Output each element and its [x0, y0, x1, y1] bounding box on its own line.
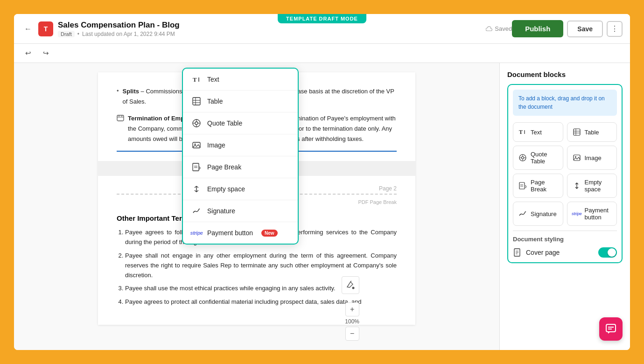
dropdown-item-signature[interactable]: Signature	[183, 200, 298, 222]
doc-icon: T	[38, 21, 53, 36]
publish-button[interactable]: Publish	[512, 20, 563, 37]
hint-box: To add a block, drag and drop it on the …	[513, 90, 617, 116]
content-area: • Splits – Commissions can be split with…	[14, 63, 630, 350]
svg-rect-6	[193, 98, 200, 105]
zoom-level: 100%	[345, 318, 359, 325]
toggle-knob	[608, 248, 616, 257]
block-empty-space-icon	[572, 181, 581, 190]
image-icon	[191, 140, 202, 150]
new-badge: New	[261, 230, 278, 237]
chat-button[interactable]	[599, 317, 623, 341]
dropdown-item-text[interactable]: T Text	[183, 69, 298, 91]
block-quote-icon	[518, 153, 527, 162]
doc-title: Sales Compensation Plan - Blog	[58, 21, 476, 30]
bullet-dot: •	[117, 87, 119, 94]
banner-text: TEMPLATE DRAFT MODE	[286, 16, 358, 21]
svg-point-11	[195, 122, 198, 125]
paint-bucket-icon	[346, 280, 355, 290]
dropdown-item-payment[interactable]: stripe Payment button New	[183, 222, 298, 244]
signature-icon	[191, 206, 202, 216]
svg-rect-37	[519, 182, 525, 189]
zoom-out-button[interactable]: −	[345, 327, 359, 341]
block-dropdown-menu: T Text	[182, 68, 299, 245]
save-button[interactable]: Save	[567, 21, 603, 37]
panel-title: Document blocks	[507, 70, 623, 78]
block-signature[interactable]: Signature	[513, 202, 563, 226]
empty-space-icon	[191, 184, 202, 194]
zoom-controls: + 100% −	[345, 302, 359, 341]
more-options-button[interactable]: ⋮	[607, 21, 623, 37]
svg-line-22	[350, 281, 351, 282]
svg-rect-25	[574, 129, 580, 135]
page-break-icon	[191, 162, 202, 172]
document-area: • Splits – Commissions can be split with…	[14, 63, 499, 350]
svg-rect-44	[606, 324, 616, 332]
redo-button[interactable]: ↪	[39, 47, 52, 60]
svg-point-17	[195, 144, 196, 145]
doc-meta: Draft • Last updated on Apr 1, 2022 9:44…	[58, 31, 476, 37]
cover-row: Cover page	[513, 247, 617, 258]
blocks-grid: T Text	[513, 122, 617, 226]
cover-page-label: Cover page	[526, 249, 595, 256]
table-icon	[191, 96, 202, 106]
block-quote-table[interactable]: Quote Table	[513, 146, 563, 170]
stripe-logo-icon: stripe	[191, 228, 202, 238]
block-table-icon	[572, 127, 581, 137]
svg-point-36	[575, 156, 576, 158]
right-panel: Document blocks To add a block, drag and…	[499, 63, 630, 350]
draft-banner: TEMPLATE DRAFT MODE	[278, 14, 366, 23]
styling-title: Document styling	[513, 236, 617, 243]
svg-point-30	[522, 157, 524, 159]
block-table[interactable]: Table	[567, 122, 617, 142]
doc-info: Sales Compensation Plan - Blog Draft • L…	[58, 21, 476, 37]
dropdown-item-empty-space[interactable]: Empty space	[183, 178, 298, 200]
cover-page-icon	[513, 248, 522, 257]
block-page-break-icon	[518, 181, 527, 190]
svg-rect-16	[193, 142, 200, 148]
last-updated: Last updated on Apr 1, 2022 9:44 PM	[82, 31, 175, 37]
cloud-icon	[486, 26, 492, 32]
cover-page-toggle[interactable]	[598, 247, 617, 258]
block-payment[interactable]: stripe Payment button	[567, 202, 617, 226]
dropdown-item-page-break[interactable]: Page Break	[183, 156, 298, 178]
svg-rect-0	[117, 115, 124, 121]
block-text[interactable]: T Text	[513, 122, 563, 142]
zoom-in-button[interactable]: +	[345, 302, 359, 316]
svg-rect-18	[193, 163, 199, 171]
undo-button[interactable]: ↩	[21, 47, 35, 60]
termination-icon	[117, 114, 124, 123]
chat-icon	[605, 323, 616, 335]
block-page-break[interactable]: Page Break	[513, 174, 563, 198]
header-actions: Publish Save ⋮	[512, 20, 623, 37]
svg-text:T: T	[519, 129, 523, 135]
back-button[interactable]: ←	[21, 22, 35, 35]
block-image-icon	[572, 153, 581, 162]
block-image[interactable]: Image	[567, 146, 617, 170]
paint-button[interactable]	[342, 276, 359, 294]
block-text-icon: T	[518, 127, 527, 137]
block-stripe-icon: stripe	[572, 209, 581, 218]
quote-table-icon	[191, 118, 202, 128]
saved-status: Saved	[486, 25, 512, 32]
text-icon: T	[191, 74, 202, 84]
dropdown-item-table[interactable]: Table	[183, 91, 298, 112]
svg-text:T: T	[193, 76, 197, 83]
divider	[513, 231, 617, 231]
toolbar: ↩ ↪	[14, 44, 630, 63]
block-signature-icon	[518, 209, 527, 218]
blocks-panel: To add a block, drag and drop it on the …	[507, 84, 623, 263]
draft-badge: Draft	[58, 31, 75, 37]
block-empty-space[interactable]: Empty space	[567, 174, 617, 198]
svg-point-21	[352, 287, 355, 289]
dropdown-item-quote-table[interactable]: Quote Table	[183, 112, 298, 134]
dropdown-item-image[interactable]: Image	[183, 134, 298, 156]
